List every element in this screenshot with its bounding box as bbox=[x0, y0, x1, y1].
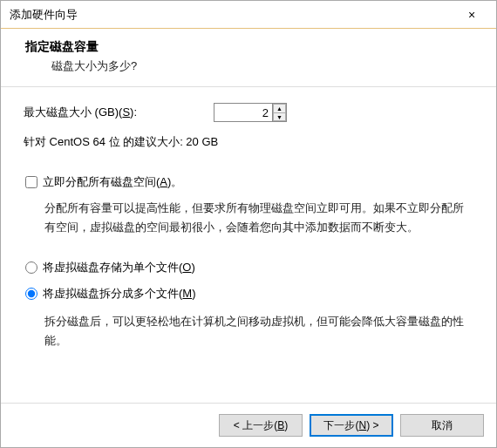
store-split-row: 将虚拟磁盘拆分成多个文件(M) bbox=[25, 286, 473, 302]
store-split-desc: 拆分磁盘后，可以更轻松地在计算机之间移动虚拟机，但可能会降低大容量磁盘的性能。 bbox=[44, 312, 473, 350]
allocate-now-row: 立即分配所有磁盘空间(A)。 bbox=[25, 174, 473, 190]
store-split-pre: 将虚拟磁盘拆分成多个文件( bbox=[43, 287, 182, 300]
header-subtitle: 磁盘大小为多少? bbox=[25, 58, 480, 74]
allocate-now-post: )。 bbox=[167, 175, 182, 188]
recommended-size: 针对 CentOS 64 位 的建议大小: 20 GB bbox=[24, 134, 473, 150]
store-single-post: ) bbox=[191, 261, 194, 274]
store-single-row: 将虚拟磁盘存储为单个文件(O) bbox=[25, 260, 473, 275]
store-single-radio[interactable] bbox=[25, 261, 37, 274]
store-single-key: O bbox=[182, 261, 191, 274]
disk-size-label-pre: 最大磁盘大小 (GB)( bbox=[24, 105, 122, 119]
close-icon[interactable]: × bbox=[454, 3, 489, 27]
allocate-now-pre: 立即分配所有磁盘空间( bbox=[43, 175, 160, 188]
next-key: N bbox=[358, 419, 366, 431]
store-split-key: M bbox=[182, 287, 192, 300]
store-single-label[interactable]: 将虚拟磁盘存储为单个文件(O) bbox=[43, 260, 195, 275]
titlebar: 添加硬件向导 × bbox=[1, 1, 496, 29]
store-split-radio[interactable] bbox=[25, 288, 37, 300]
back-post: ) bbox=[284, 419, 288, 431]
disk-size-row: 最大磁盘大小 (GB)(S): ▲ ▼ bbox=[24, 103, 473, 122]
spinner-up-icon[interactable]: ▲ bbox=[273, 104, 286, 112]
back-button[interactable]: < 上一步(B) bbox=[219, 414, 303, 437]
spinner-down-icon[interactable]: ▼ bbox=[273, 112, 286, 121]
disk-size-label: 最大磁盘大小 (GB)(S): bbox=[24, 105, 214, 120]
next-post: ) > bbox=[366, 419, 378, 431]
next-button[interactable]: 下一步(N) > bbox=[310, 414, 393, 437]
allocate-now-label[interactable]: 立即分配所有磁盘空间(A)。 bbox=[43, 174, 182, 190]
wizard-header: 指定磁盘容量 磁盘大小为多少? bbox=[1, 29, 496, 87]
back-pre: < 上一步( bbox=[234, 419, 277, 431]
allocate-now-key: A bbox=[160, 175, 167, 188]
next-pre: 下一步( bbox=[323, 419, 358, 431]
window-title: 添加硬件向导 bbox=[10, 7, 454, 23]
cancel-button[interactable]: 取消 bbox=[400, 414, 484, 437]
disk-size-spinner: ▲ ▼ bbox=[214, 103, 287, 122]
disk-size-label-key: S bbox=[122, 105, 130, 119]
disk-size-label-post: ): bbox=[130, 105, 137, 119]
disk-size-input[interactable] bbox=[214, 104, 272, 121]
store-split-post: ) bbox=[192, 287, 195, 300]
store-split-label[interactable]: 将虚拟磁盘拆分成多个文件(M) bbox=[43, 286, 196, 302]
spinner-buttons: ▲ ▼ bbox=[272, 104, 286, 121]
wizard-content: 最大磁盘大小 (GB)(S): ▲ ▼ 针对 CentOS 64 位 的建议大小… bbox=[1, 87, 496, 403]
allocate-now-checkbox[interactable] bbox=[25, 176, 37, 188]
store-single-pre: 将虚拟磁盘存储为单个文件( bbox=[43, 261, 182, 274]
wizard-window: 添加硬件向导 × 指定磁盘容量 磁盘大小为多少? 最大磁盘大小 (GB)(S):… bbox=[0, 0, 497, 448]
wizard-footer: < 上一步(B) 下一步(N) > 取消 bbox=[1, 403, 496, 447]
back-key: B bbox=[277, 419, 284, 431]
allocate-now-desc: 分配所有容量可以提高性能，但要求所有物理磁盘空间立即可用。如果不立即分配所有空间… bbox=[44, 199, 473, 237]
header-title: 指定磁盘容量 bbox=[25, 39, 480, 55]
